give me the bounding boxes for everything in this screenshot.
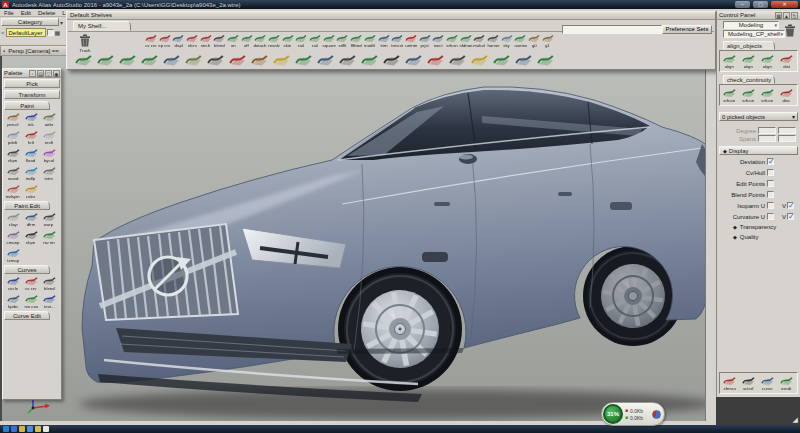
palette-tool[interactable]: clayr: [4, 210, 22, 228]
shelf-tool[interactable]: [446, 51, 468, 67]
shelf-tool[interactable]: fflbnd: [349, 32, 363, 49]
folder-icon[interactable]: [35, 426, 41, 432]
palette-tool[interactable]: shpn: [4, 146, 22, 164]
category-dropdown[interactable]: Category: [1, 18, 59, 26]
menu-item[interactable]: File: [4, 10, 14, 15]
field-input[interactable]: [778, 135, 796, 142]
display-option-checkbox[interactable]: [767, 191, 774, 198]
palette-tool[interactable]: ink: [22, 110, 40, 128]
palette-tool[interactable]: txtm: [40, 164, 58, 182]
palette-tool[interactable]: cmanp: [4, 228, 22, 246]
display-section-header[interactable]: ◆ Display: [719, 146, 798, 155]
display-option-checkbox[interactable]: [767, 202, 774, 209]
default-layer-field[interactable]: DefaultLayer: [6, 28, 46, 37]
shelf-tool[interactable]: [402, 51, 424, 67]
cp-tool[interactable]: srfcon: [720, 86, 739, 104]
start-orb-icon[interactable]: [3, 426, 9, 432]
shelf-tool[interactable]: off: [240, 32, 254, 49]
shelf-tool[interactable]: [116, 51, 138, 67]
shelf-tool[interactable]: modft: [363, 32, 377, 49]
cp-trash-icon[interactable]: [783, 23, 797, 38]
shelf-tool[interactable]: [424, 51, 446, 67]
taskbar-app-icon[interactable]: [43, 426, 49, 432]
palette-tool[interactable]: blend: [40, 274, 58, 292]
close-panel-icon[interactable]: ◉: [53, 70, 60, 77]
palette-tool[interactable]: cv crv: [22, 274, 40, 292]
shelf-tool[interactable]: [490, 51, 512, 67]
display-option-checkbox[interactable]: [767, 158, 774, 165]
palette-tool[interactable]: felt: [22, 128, 40, 146]
palette-section-header[interactable]: Transform: [4, 90, 60, 99]
shelf-tool[interactable]: rail: [308, 32, 322, 49]
shelf-tool[interactable]: blend: [212, 32, 226, 49]
palette-tool[interactable]: txmap: [4, 246, 22, 264]
display-option-checkbox[interactable]: [767, 213, 774, 220]
cp-tool[interactable]: srfcon: [758, 86, 777, 104]
shelf-tool[interactable]: [94, 51, 116, 67]
perspective-viewport[interactable]: ▪ Persp [Camera] == ◌▤▦ ◫▣: [0, 45, 706, 421]
field-input[interactable]: [758, 127, 776, 134]
shelf-tool[interactable]: detach: [254, 32, 268, 49]
palette-tool[interactable]: bycol: [40, 146, 58, 164]
palette-section-header[interactable]: Curve Edit: [4, 311, 50, 320]
palette-tool[interactable]: flood: [22, 146, 40, 164]
display-option-v-checkbox[interactable]: [787, 213, 794, 220]
shelf-tool[interactable]: [336, 51, 358, 67]
shelf-tool[interactable]: trim: [377, 32, 391, 49]
menu-item[interactable]: Delete: [38, 10, 55, 15]
shelf-tool[interactable]: [204, 51, 226, 67]
taskbar-app-icon[interactable]: [19, 426, 25, 432]
shelf-tool[interactable]: horver: [486, 32, 500, 49]
shelf-tool[interactable]: [138, 51, 160, 67]
shelf-tool[interactable]: [72, 51, 94, 67]
picked-objects-header[interactable]: 0 picked objects ▾: [719, 112, 798, 121]
shelf-tool[interactable]: usetex: [514, 32, 528, 49]
palette-window[interactable]: Palette ▫▤▽◉ Pick Transform: [2, 68, 62, 400]
shelf-tool[interactable]: dupl: [171, 32, 185, 49]
category-arrow-icon[interactable]: ▾: [60, 19, 63, 26]
cp-collapsed-section[interactable]: ◆ Transparency: [717, 222, 800, 232]
shelf-tool[interactable]: [358, 51, 380, 67]
shelf-tool[interactable]: srfcsn: [445, 32, 459, 49]
shelf-tool[interactable]: skin: [281, 32, 295, 49]
shelf-tool[interactable]: trmcvt: [390, 32, 404, 49]
car-3d-model[interactable]: [2, 56, 706, 421]
shelf-tool[interactable]: [468, 51, 490, 67]
my-shelf-tab[interactable]: My Shelf...: [73, 21, 131, 31]
cp-bottom-tool[interactable]: xfrmcv: [720, 374, 739, 392]
layer-visibility-checkbox[interactable]: [47, 29, 54, 36]
shelf-tool[interactable]: [292, 51, 314, 67]
palette-tool[interactable]: wand: [4, 164, 22, 182]
close-button[interactable]: ✕: [771, 1, 798, 8]
palette-tool[interactable]: indfp: [22, 164, 40, 182]
windows-taskbar[interactable]: [0, 425, 800, 433]
cp-tool[interactable]: align: [758, 52, 777, 70]
palette-tool[interactable]: mdsym: [4, 182, 22, 200]
palette-tool[interactable]: kptbc: [4, 292, 22, 310]
cp-tool[interactable]: disc: [777, 86, 796, 104]
shelf-tool[interactable]: [248, 51, 270, 67]
shelf-tool[interactable]: untrim: [404, 32, 418, 49]
cp-tool[interactable]: dist: [777, 52, 796, 70]
layer-back-icon[interactable]: <: [1, 30, 5, 36]
layer-grid-icon[interactable]: ▦: [55, 29, 61, 36]
shelf-tool[interactable]: sfdnon: [459, 32, 473, 49]
shelf-tool[interactable]: mulcd: [473, 32, 487, 49]
display-option-checkbox[interactable]: [767, 180, 774, 187]
shelf-tool[interactable]: prjct: [418, 32, 432, 49]
cp-tab-header[interactable]: check_continuity: [723, 75, 775, 84]
palette-tool[interactable]: pdsft: [4, 128, 22, 146]
minimize-panel-icon[interactable]: ▤: [37, 70, 44, 77]
minimize-button[interactable]: –: [735, 1, 750, 8]
palette-tool[interactable]: shpn: [22, 228, 40, 246]
shelf-tool[interactable]: [534, 51, 556, 67]
palette-section-header[interactable]: Paint Edit: [4, 201, 50, 210]
shelf-tool[interactable]: [182, 51, 204, 67]
shelf-tool[interactable]: revolv: [267, 32, 281, 49]
cp-tool[interactable]: srfcon: [739, 86, 758, 104]
shelves-window-title[interactable]: Default Shelves: [67, 12, 715, 20]
palette-tool[interactable]: ersft: [40, 128, 58, 146]
shelf-tool[interactable]: cv crv: [144, 32, 158, 49]
cp-tab-header[interactable]: align_objects: [723, 41, 775, 50]
pin-icon[interactable]: ▫: [29, 70, 36, 77]
